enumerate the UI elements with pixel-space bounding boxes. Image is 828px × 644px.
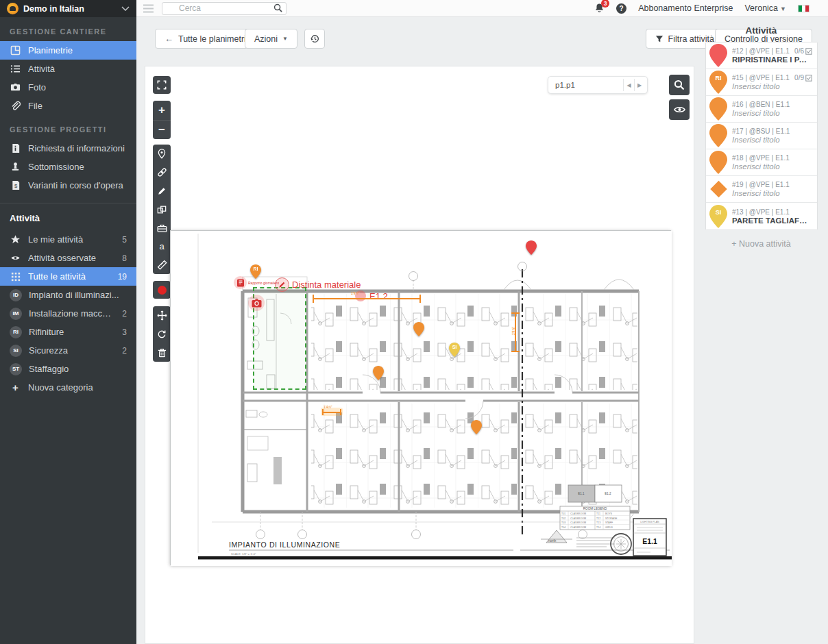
- notifications-bell-icon[interactable]: 3: [594, 3, 605, 14]
- draw-tool-button[interactable]: [153, 182, 171, 200]
- task-card[interactable]: #17 | @BSU | E1.1 Inserisci titolo: [706, 123, 817, 149]
- history-clock-icon: [310, 34, 320, 44]
- dimension-annotation[interactable]: 1'9⅞": [511, 312, 520, 352]
- svg-text:T01: T01: [561, 512, 565, 515]
- plus-icon: +: [10, 382, 21, 393]
- sidebar-item-category-si[interactable]: SI Sicurezza 2: [0, 341, 136, 360]
- task-card[interactable]: #16 | @BEN | E1.1 Inserisci titolo: [706, 96, 817, 123]
- move-icon: [157, 310, 167, 321]
- dimension-annotation[interactable]: 1'4⅞": [321, 408, 343, 416]
- sidebar-item-attivita[interactable]: Attività: [0, 60, 136, 78]
- toolbox-icon: [157, 223, 167, 233]
- camera-icon: [252, 299, 262, 308]
- sidebar-item-rfi[interactable]: Richiesta di informazioni: [0, 139, 136, 158]
- sidebar-item-varianti[interactable]: $ Varianti in corso d'opera: [0, 176, 136, 195]
- move-tool-button[interactable]: [153, 306, 171, 325]
- section-title-attivita: Attività: [0, 203, 136, 230]
- delete-tool-button[interactable]: [153, 343, 171, 362]
- text-tool-button[interactable]: a: [153, 237, 171, 256]
- category-badge: RI: [10, 326, 22, 338]
- user-menu[interactable]: Veronica▼: [744, 3, 786, 13]
- sidebar-item-file[interactable]: File: [0, 97, 136, 115]
- sheet-search-input[interactable]: [548, 81, 623, 89]
- sidebar-item-tutte-le-attivita[interactable]: Tutte le attività 19: [0, 267, 136, 286]
- new-task-button[interactable]: + Nuova attività: [694, 230, 828, 258]
- record-button[interactable]: [153, 281, 171, 299]
- prev-result-button[interactable]: ◀: [624, 79, 634, 91]
- visibility-toggle-button[interactable]: [669, 99, 690, 120]
- subscription-link[interactable]: Abbonamento Enterprise: [638, 3, 733, 13]
- actions-button[interactable]: Azioni▼: [245, 29, 297, 49]
- task-card[interactable]: SI #13 | @VPE | E1.1 PARETE TAGLIAFUOCO: [706, 203, 817, 230]
- task-pin-orange[interactable]: [471, 420, 482, 434]
- measure-tool-button[interactable]: [153, 256, 171, 274]
- change-order-icon: $: [10, 179, 21, 191]
- eye-icon: [10, 252, 21, 264]
- sidebar-item-category-id[interactable]: ID Impianto di illuminazi...: [0, 286, 136, 304]
- sidebar-item-le-mie-attivita[interactable]: Le mie attività 5: [0, 230, 136, 249]
- svg-text:CLASSROOM: CLASSROOM: [570, 517, 586, 520]
- markup-note[interactable]: Distinta materiale: [275, 277, 361, 292]
- item-count: 19: [118, 272, 127, 282]
- shapes-tool-button[interactable]: [153, 200, 171, 219]
- transform-tools: [153, 306, 171, 362]
- task-marker-pin-red: [709, 44, 728, 67]
- global-search-input[interactable]: [162, 2, 287, 15]
- fullscreen-button[interactable]: [153, 76, 171, 94]
- zoom-in-button[interactable]: +: [153, 101, 171, 120]
- sidebar: Demo in Italian GESTIONE CANTIERE Planim…: [0, 0, 136, 644]
- svg-text:CLASSROOM: CLASSROOM: [570, 512, 586, 515]
- plan-canvas[interactable]: + − a ◀▶: [145, 66, 694, 644]
- task-card[interactable]: #18 | @VPE | E1.1 Inserisci titolo: [706, 149, 817, 176]
- sidebar-item-label: Sottomissione: [28, 162, 127, 172]
- sidebar-item-planimetrie[interactable]: Planimetrie: [0, 41, 136, 60]
- next-result-button[interactable]: ▶: [634, 79, 644, 91]
- section-title-progetti: GESTIONE PROGETTI: [0, 115, 136, 139]
- item-count: 8: [122, 253, 127, 263]
- sidebar-item-foto[interactable]: Foto: [0, 78, 136, 97]
- main-content: ←Tutte le planimetrie Azioni▼ Filtra att…: [136, 18, 828, 644]
- category-badge: IM: [10, 308, 22, 320]
- photo-marker[interactable]: [248, 295, 265, 311]
- category-badge: SI: [10, 345, 22, 357]
- task-meta: #17 | @BSU | E1.1: [732, 127, 812, 135]
- search-icon[interactable]: [273, 3, 282, 12]
- link-tool-button[interactable]: [153, 163, 171, 182]
- rotate-tool-button[interactable]: [153, 325, 171, 343]
- task-marker-pin-si: SI: [709, 205, 728, 228]
- task-pin-orange[interactable]: [413, 322, 424, 336]
- task-meta: #13 | @VPE | E1.1: [732, 208, 812, 216]
- sidebar-item-category-ri[interactable]: RI Rifiniture 3: [0, 323, 136, 341]
- sidebar-item-new-category[interactable]: + Nuova categoria: [0, 378, 136, 397]
- sidebar-item-attivita-osservate[interactable]: Attività osservate 8: [0, 249, 136, 267]
- sheet-number: E1.1: [642, 537, 657, 545]
- task-pin-si[interactable]: SI: [449, 343, 460, 357]
- toolbox-button[interactable]: [153, 219, 171, 237]
- task-card[interactable]: #19 | @VPE | E1.1 Inserisci titolo: [706, 176, 817, 203]
- task-pin-red[interactable]: [526, 240, 537, 255]
- sidebar-item-category-st[interactable]: ST Staffaggio: [0, 360, 136, 378]
- link-icon: [157, 167, 167, 177]
- report-marker[interactable]: Rapporto giornaliero: [234, 276, 279, 289]
- hamburger-menu-icon[interactable]: [143, 4, 154, 13]
- help-icon[interactable]: ?: [616, 3, 626, 14]
- caret-down-icon: ▼: [282, 36, 288, 42]
- sidebar-item-category-im[interactable]: IM Installazione macchin... 2: [0, 304, 136, 323]
- sheet-search-box: ◀▶: [548, 76, 648, 94]
- task-marker-pin-ri: RI: [709, 71, 728, 94]
- zoom-out-button[interactable]: −: [153, 120, 171, 139]
- pin-tool-button[interactable]: [153, 145, 171, 163]
- task-pin-orange[interactable]: [373, 366, 384, 380]
- item-count: 2: [122, 346, 127, 356]
- svg-text:T03: T03: [561, 521, 565, 524]
- language-flag-icon[interactable]: [798, 5, 809, 12]
- dimension-annotation[interactable]: 1'9⅞": [313, 293, 421, 302]
- project-selector[interactable]: Demo in Italian: [0, 0, 136, 17]
- task-card[interactable]: #12 | @VPE | E1.1 0/6 RIPRISTINARE I PAN…: [706, 42, 817, 69]
- sheet-search-button[interactable]: [669, 75, 690, 95]
- sidebar-item-sottomissione[interactable]: Sottomissione: [0, 158, 136, 176]
- task-card[interactable]: RI #15 | @VPE | E1.1 0/9 Inserisci titol…: [706, 69, 817, 96]
- floorplan-icon: [10, 45, 21, 56]
- version-history-button[interactable]: [304, 29, 325, 49]
- stamp-icon: [10, 161, 21, 173]
